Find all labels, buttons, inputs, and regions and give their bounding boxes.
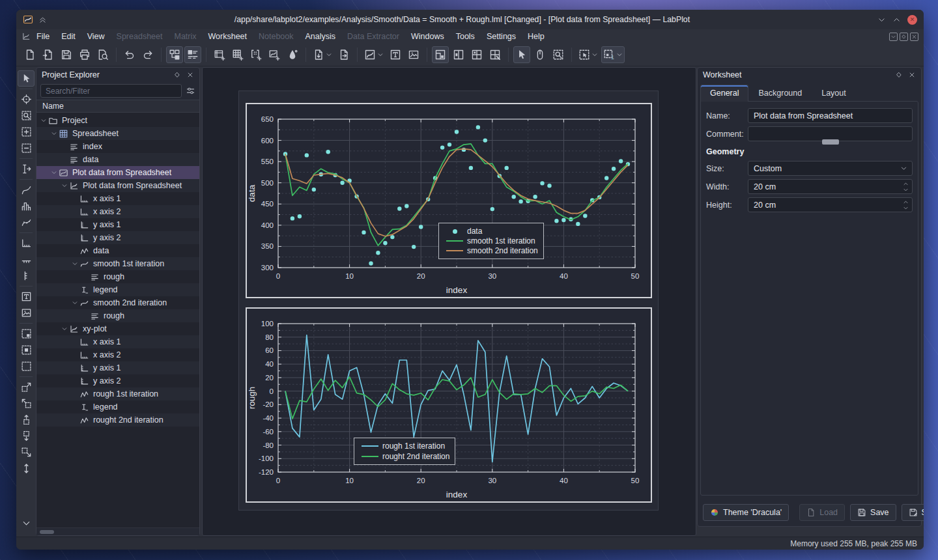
tree-item-y-axis-2[interactable]: y axis 2 — [36, 231, 199, 244]
worksheet-page[interactable]: 30035040045050055060065001020304050index… — [238, 91, 659, 511]
float-panel-icon[interactable] — [173, 71, 181, 79]
name-field[interactable] — [748, 108, 913, 123]
new-spreadsheet-button[interactable] — [229, 46, 246, 63]
tree-item-rough[interactable]: rough — [36, 309, 199, 322]
box-corner-button[interactable] — [18, 326, 35, 342]
new-worksheet-button[interactable] — [266, 46, 283, 63]
zoom-select-button[interactable] — [18, 107, 35, 124]
zoom-out-box-button[interactable] — [18, 140, 35, 156]
new-matrix-button[interactable] — [248, 46, 264, 63]
tree-item-rough[interactable]: rough — [36, 270, 199, 283]
expander-icon[interactable] — [70, 260, 79, 267]
tree-item-plot-data-from-spreadsheet[interactable]: Plot data from Spreadsheet — [36, 166, 199, 179]
mdi-minimize-button[interactable] — [889, 33, 898, 41]
undo-button[interactable] — [121, 46, 138, 63]
close-button[interactable]: ✕ — [907, 15, 917, 25]
mouse-button[interactable] — [532, 46, 548, 63]
float-panel-icon[interactable] — [895, 71, 903, 79]
cursor-button[interactable] — [513, 46, 530, 63]
image-frame-button[interactable] — [18, 305, 35, 321]
width-stepper[interactable]: 20 cm — [748, 179, 913, 194]
axis-x2-button[interactable] — [18, 251, 35, 268]
expander-icon[interactable] — [39, 117, 48, 124]
layout-casc-button[interactable] — [432, 46, 449, 63]
toolbar-overflow-button[interactable] — [18, 515, 35, 531]
new-doc-button[interactable] — [21, 46, 38, 63]
plot-legend[interactable]: rough 1st iterationrought 2nd iteration — [354, 438, 455, 465]
box-arrow-u-button[interactable] — [18, 412, 35, 428]
box-plain-button[interactable] — [18, 358, 35, 374]
tree-item-project[interactable]: Project — [36, 114, 199, 127]
tree-item-index[interactable]: index — [36, 140, 199, 153]
axis-v-button[interactable] — [18, 268, 35, 284]
ink-drop-button[interactable] — [284, 46, 301, 63]
panel-props-button[interactable] — [184, 46, 201, 63]
menu-windows[interactable]: Windows — [405, 31, 450, 42]
tree-item-data[interactable]: data — [36, 153, 199, 166]
filter-options-icon[interactable] — [186, 86, 195, 96]
box-arrow-d-button[interactable] — [18, 428, 35, 444]
mdi-close-button[interactable] — [910, 33, 918, 41]
tree-item-smooth-1st-iteration[interactable]: smooth 1st iteration — [36, 257, 199, 270]
expander-icon[interactable] — [50, 169, 59, 176]
target-button[interactable] — [18, 91, 35, 107]
tree-item-smooth-2nd-iteration[interactable]: smooth 2nd iteration — [36, 296, 199, 309]
worksheet-panel-header[interactable]: Worksheet — [698, 68, 921, 82]
search-input[interactable] — [40, 84, 182, 98]
region-select-button[interactable] — [576, 46, 600, 63]
layout-break-button[interactable] — [487, 46, 504, 63]
close-panel-icon[interactable] — [186, 71, 194, 79]
theme-button[interactable]: Theme 'Dracula' — [703, 504, 789, 521]
histogram-button[interactable] — [18, 198, 35, 214]
expander-icon[interactable] — [70, 300, 79, 306]
plot-area-bottom[interactable]: -120-100-80-60-40-2002040608010001020304… — [246, 307, 652, 503]
title-bar[interactable]: /app/share/labplot2/examples/Analysis/Sm… — [16, 10, 924, 29]
tree-item-x-axis-1[interactable]: x axis 1 — [36, 335, 199, 348]
open-doc-button[interactable] — [40, 46, 57, 63]
horizontal-scrollbar[interactable] — [36, 527, 199, 535]
region-one-button[interactable]: 1 — [601, 46, 625, 63]
menu-worksheet[interactable]: Worksheet — [203, 31, 253, 42]
tree-item-data[interactable]: data — [36, 244, 199, 257]
new-workbook-button[interactable] — [211, 46, 228, 63]
layout-grid-button[interactable] — [468, 46, 485, 63]
box-arrow-l-button[interactable] — [18, 395, 35, 412]
spinner-icons[interactable] — [903, 181, 909, 193]
tree-item-x-axis-2[interactable]: x axis 2 — [36, 205, 199, 218]
zoom-in-box-button[interactable] — [18, 124, 35, 140]
expander-icon[interactable] — [50, 130, 59, 137]
plot-area-top[interactable]: 30035040045050055060065001020304050index… — [246, 103, 652, 298]
ibeam-arrow-button[interactable] — [18, 161, 35, 177]
tree-item-legend[interactable]: legend — [36, 283, 199, 296]
box-center-button[interactable] — [18, 342, 35, 358]
project-explorer-header[interactable]: Project Explorer — [36, 68, 199, 82]
size-select[interactable]: Custom — [748, 161, 913, 176]
tree-item-rought-2nd-iteration[interactable]: rought 2nd iteration — [36, 413, 199, 427]
cursor-button[interactable] — [18, 70, 35, 87]
zoom-select-button[interactable] — [550, 46, 567, 63]
box-arrow-dr-button[interactable] — [18, 444, 35, 460]
menu-view[interactable]: View — [81, 31, 111, 42]
tree-item-spreadsheet[interactable]: Spreadsheet — [36, 127, 199, 140]
tree-item-y-axis-2[interactable]: y axis 2 — [36, 374, 199, 387]
menu-tools[interactable]: Tools — [450, 31, 481, 42]
load-button[interactable]: Load — [799, 504, 845, 521]
box-arrow-r-button[interactable] — [18, 379, 35, 395]
tree-item-y-axis-1[interactable]: y axis 1 — [36, 218, 199, 231]
tree-column-header[interactable]: Name — [36, 100, 199, 113]
maximize-button[interactable] — [892, 16, 901, 24]
worksheet-view[interactable]: 30035040045050055060065001020304050index… — [202, 67, 696, 536]
menu-help[interactable]: Help — [522, 31, 550, 42]
tree-item-legend[interactable]: legend — [36, 400, 199, 413]
close-panel-icon[interactable] — [908, 71, 916, 79]
plot-frame-button[interactable] — [362, 46, 386, 63]
text-frame-button[interactable] — [18, 288, 35, 305]
plot-legend[interactable]: datasmooth 1st iterationsmooth 2nd itera… — [438, 223, 544, 259]
menu-edit[interactable]: Edit — [55, 31, 81, 42]
fit-curve-button[interactable] — [18, 214, 35, 231]
tree-item-xy-plot[interactable]: xy-plot — [36, 322, 199, 335]
print-button[interactable] — [76, 46, 93, 63]
mdi-restore-button[interactable] — [900, 33, 908, 41]
resize-handle[interactable] — [822, 139, 839, 145]
keep-above-icon[interactable] — [38, 16, 47, 24]
